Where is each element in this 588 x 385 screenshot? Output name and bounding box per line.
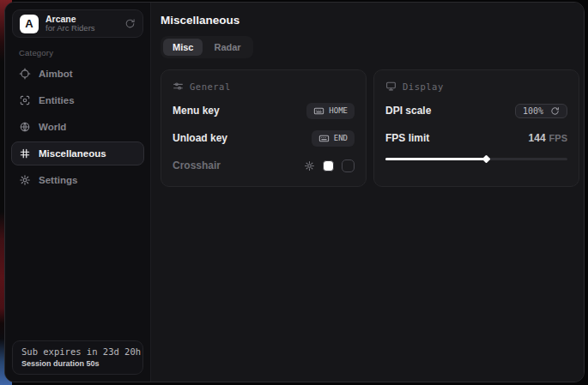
sidebar-item-aimbot[interactable]: Aimbot	[11, 62, 144, 86]
scan-icon	[19, 94, 31, 106]
panels-row: General Menu key HOME Unload key	[161, 69, 579, 187]
general-panel-header: General	[173, 81, 355, 92]
sidebar-item-label: Miscellaneous	[39, 148, 106, 159]
general-panel-title: General	[190, 81, 231, 92]
unload-key-bind-button[interactable]: END	[312, 130, 355, 147]
app-subtitle: for Arc Riders	[45, 24, 95, 33]
sidebar-item-entities[interactable]: Entities	[11, 88, 144, 112]
crosshair-color-swatch[interactable]	[323, 160, 334, 171]
keyboard-icon	[318, 133, 330, 144]
crosshair-label: Crosshair	[173, 159, 221, 171]
fps-limit-unit: FPS	[549, 133, 567, 143]
brand-card: A Arcane for Arc Riders	[12, 9, 143, 38]
sidebar-item-label: Entities	[39, 95, 75, 105]
sidebar-item-label: World	[39, 122, 66, 132]
menu-key-value: HOME	[329, 106, 348, 115]
menu-key-bind-button[interactable]: HOME	[306, 103, 355, 119]
tab-misc[interactable]: Misc	[163, 39, 203, 56]
slider-fill	[385, 158, 486, 160]
monitor-icon	[385, 81, 397, 92]
app-logo: A	[20, 15, 39, 33]
unload-key-label: Unload key	[173, 132, 227, 144]
sidebar-item-label: Aimbot	[39, 69, 73, 79]
grid-icon	[19, 147, 31, 159]
menu-key-label: Menu key	[173, 105, 220, 117]
tab-bar: Misc Radar	[161, 36, 253, 58]
brand-text: Arcane for Arc Riders	[45, 14, 95, 33]
category-label: Category	[19, 48, 136, 57]
dpi-scale-control[interactable]: 100%	[515, 104, 567, 118]
sidebar: A Arcane for Arc Riders Category Aimbot	[5, 3, 151, 382]
slider-thumb[interactable]	[482, 155, 490, 164]
main-content: Miscellaneous Misc Radar General	[151, 3, 585, 382]
dpi-scale-label: DPI scale	[385, 105, 431, 117]
fps-limit-slider[interactable]	[385, 155, 567, 163]
display-panel: Display DPI scale 100% FPS limit	[373, 69, 579, 187]
fps-limit-value-wrap: 144 FPS	[529, 132, 567, 144]
fps-limit-label: FPS limit	[385, 132, 429, 144]
display-panel-header: Display	[385, 81, 567, 92]
crosshair-checkbox[interactable]	[342, 159, 355, 172]
session-duration-text: Session duration 50s	[21, 359, 134, 368]
tab-radar[interactable]: Radar	[204, 39, 250, 56]
unload-key-row: Unload key END	[173, 129, 355, 147]
reset-icon[interactable]	[550, 106, 560, 116]
crosshair-icon	[19, 68, 31, 80]
fps-limit-value: 144	[529, 132, 546, 144]
display-panel-title: Display	[403, 81, 444, 92]
page-title: Miscellaneous	[161, 14, 579, 27]
refresh-icon[interactable]	[124, 18, 136, 29]
sub-expires-text: Sub expires in 23d 20h	[21, 346, 134, 357]
crosshair-row: Crosshair	[173, 157, 355, 174]
sidebar-item-miscellaneous[interactable]: Miscellaneous	[11, 141, 144, 165]
sidebar-item-world[interactable]: World	[11, 115, 144, 139]
globe-icon	[19, 121, 31, 133]
gear-icon	[19, 174, 31, 186]
menu-key-row: Menu key HOME	[173, 102, 355, 119]
unload-key-value: END	[334, 134, 348, 142]
fps-limit-row: FPS limit 144 FPS	[385, 129, 567, 147]
crosshair-controls	[304, 159, 355, 172]
app-window: A Arcane for Arc Riders Category Aimbot	[4, 2, 585, 382]
dpi-scale-row: DPI scale 100%	[385, 102, 567, 119]
general-panel: General Menu key HOME Unload key	[161, 69, 367, 187]
sidebar-item-label: Settings	[39, 175, 77, 185]
dpi-scale-value: 100%	[523, 106, 543, 116]
sidebar-nav: Aimbot Entities World	[5, 62, 150, 195]
crosshair-settings-gear-icon[interactable]	[304, 160, 315, 171]
sidebar-item-settings[interactable]: Settings	[11, 168, 144, 192]
keyboard-icon	[313, 105, 324, 117]
subscription-card: Sub expires in 23d 20h Session duration …	[12, 340, 143, 375]
sliders-icon	[173, 81, 184, 92]
